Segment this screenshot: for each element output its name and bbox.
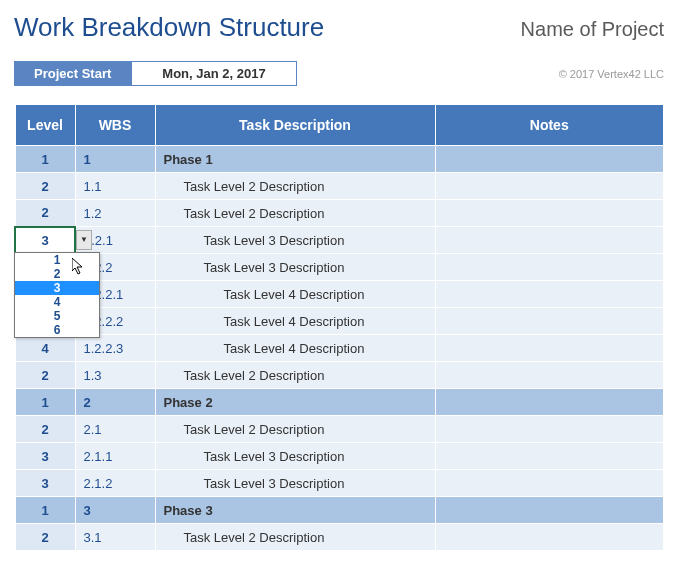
wbs-cell[interactable]: 1.1: [75, 173, 155, 200]
desc-cell[interactable]: Task Level 2 Description: [155, 200, 435, 227]
desc-cell[interactable]: Phase 2: [155, 389, 435, 416]
project-name: Name of Project: [521, 18, 664, 41]
notes-cell[interactable]: [435, 335, 664, 362]
notes-cell[interactable]: [435, 281, 664, 308]
table-row: 41.2.2.2Task Level 4 Description: [15, 308, 664, 335]
desc-cell[interactable]: Phase 3: [155, 497, 435, 524]
desc-cell[interactable]: Task Level 3 Description: [155, 443, 435, 470]
col-header-level: Level: [15, 105, 75, 146]
table-row: 22.1Task Level 2 Description: [15, 416, 664, 443]
table-row: 41.2.2.3Task Level 4 Description: [15, 335, 664, 362]
notes-cell[interactable]: [435, 173, 664, 200]
project-start-date[interactable]: Mon, Jan 2, 2017: [131, 61, 296, 86]
dropdown-item[interactable]: 6: [15, 323, 99, 337]
desc-cell[interactable]: Task Level 3 Description: [155, 227, 435, 254]
desc-cell[interactable]: Task Level 2 Description: [155, 416, 435, 443]
dropdown-button[interactable]: ▼: [76, 230, 92, 250]
wbs-cell[interactable]: 3: [75, 497, 155, 524]
table-row: 21.1Task Level 2 Description: [15, 173, 664, 200]
table-row: 13Phase 3: [15, 497, 664, 524]
dropdown-item[interactable]: 3: [15, 281, 99, 295]
wbs-cell[interactable]: 2.1.1: [75, 443, 155, 470]
dropdown-item[interactable]: 5: [15, 309, 99, 323]
level-cell[interactable]: 3▼123456: [15, 227, 75, 254]
wbs-cell[interactable]: 2.1.2: [75, 470, 155, 497]
table-row: 12Phase 2: [15, 389, 664, 416]
desc-cell[interactable]: Task Level 4 Description: [155, 281, 435, 308]
level-cell[interactable]: 2: [15, 524, 75, 551]
desc-cell[interactable]: Task Level 3 Description: [155, 470, 435, 497]
wbs-cell[interactable]: 3.1: [75, 524, 155, 551]
col-header-desc: Task Description: [155, 105, 435, 146]
dropdown-list: 123456: [14, 252, 100, 338]
desc-cell[interactable]: Task Level 2 Description: [155, 362, 435, 389]
table-row: 23.1Task Level 2 Description: [15, 524, 664, 551]
notes-cell[interactable]: [435, 227, 664, 254]
table-header-row: Level WBS Task Description Notes: [15, 105, 664, 146]
notes-cell[interactable]: [435, 200, 664, 227]
notes-cell[interactable]: [435, 497, 664, 524]
level-cell[interactable]: 2: [15, 200, 75, 227]
level-cell[interactable]: 1: [15, 146, 75, 173]
cursor-icon: [72, 258, 86, 276]
table-row: 11Phase 1: [15, 146, 664, 173]
wbs-cell[interactable]: 2.1: [75, 416, 155, 443]
wbs-cell[interactable]: 1.2: [75, 200, 155, 227]
desc-cell[interactable]: Task Level 2 Description: [155, 524, 435, 551]
notes-cell[interactable]: [435, 308, 664, 335]
level-cell[interactable]: 2: [15, 173, 75, 200]
desc-cell[interactable]: Task Level 4 Description: [155, 335, 435, 362]
wbs-table: Level WBS Task Description Notes 11Phase…: [14, 104, 664, 551]
table-row: 32.1.2Task Level 3 Description: [15, 470, 664, 497]
table-row: 31.2.2Task Level 3 Description: [15, 254, 664, 281]
wbs-cell[interactable]: 1.3: [75, 362, 155, 389]
level-cell[interactable]: 1: [15, 497, 75, 524]
notes-cell[interactable]: [435, 524, 664, 551]
notes-cell[interactable]: [435, 416, 664, 443]
level-cell[interactable]: 3: [15, 443, 75, 470]
level-cell[interactable]: 3: [15, 470, 75, 497]
wbs-cell[interactable]: 1.2.2.3: [75, 335, 155, 362]
project-start-label: Project Start: [14, 61, 131, 86]
project-start-row: Project Start Mon, Jan 2, 2017 © 2017 Ve…: [14, 61, 664, 86]
level-cell[interactable]: 4: [15, 335, 75, 362]
notes-cell[interactable]: [435, 254, 664, 281]
notes-cell[interactable]: [435, 389, 664, 416]
desc-cell[interactable]: Task Level 2 Description: [155, 173, 435, 200]
col-header-notes: Notes: [435, 105, 664, 146]
col-header-wbs: WBS: [75, 105, 155, 146]
desc-cell[interactable]: Phase 1: [155, 146, 435, 173]
level-cell[interactable]: 1: [15, 389, 75, 416]
level-cell[interactable]: 2: [15, 416, 75, 443]
header-row: Work Breakdown Structure Name of Project: [14, 12, 664, 43]
table-row: 21.3Task Level 2 Description: [15, 362, 664, 389]
notes-cell[interactable]: [435, 146, 664, 173]
dropdown-item[interactable]: 2: [15, 267, 99, 281]
dropdown-item[interactable]: 4: [15, 295, 99, 309]
page-title: Work Breakdown Structure: [14, 12, 324, 43]
desc-cell[interactable]: Task Level 4 Description: [155, 308, 435, 335]
notes-cell[interactable]: [435, 443, 664, 470]
notes-cell[interactable]: [435, 470, 664, 497]
wbs-cell[interactable]: 2: [75, 389, 155, 416]
table-row: 32.1.1Task Level 3 Description: [15, 443, 664, 470]
notes-cell[interactable]: [435, 362, 664, 389]
table-row: 3▼1234561.2.1Task Level 3 Description: [15, 227, 664, 254]
copyright-text: © 2017 Vertex42 LLC: [559, 68, 664, 80]
desc-cell[interactable]: Task Level 3 Description: [155, 254, 435, 281]
level-cell[interactable]: 2: [15, 362, 75, 389]
wbs-cell[interactable]: 1: [75, 146, 155, 173]
table-row: 21.2Task Level 2 Description: [15, 200, 664, 227]
dropdown-item[interactable]: 1: [15, 253, 99, 267]
table-row: 41.2.2.1Task Level 4 Description: [15, 281, 664, 308]
